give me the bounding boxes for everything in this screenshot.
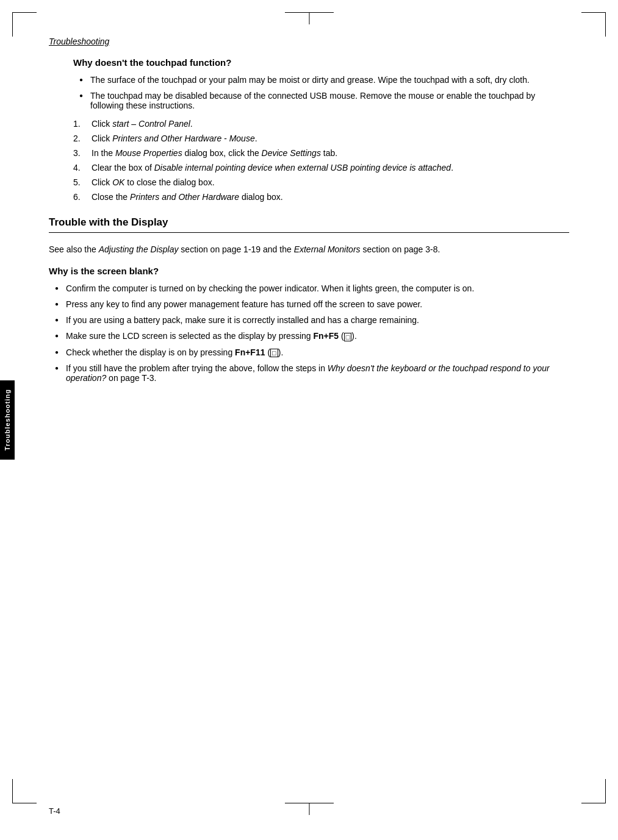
display-bullet-1-text: Confirm the computer is turned on by che… xyxy=(66,283,569,293)
display-bullet-6: If you still have the problem after tryi… xyxy=(49,363,569,383)
step-5-num: 5. xyxy=(73,177,92,187)
step-4-num: 4. xyxy=(73,163,92,173)
display-bullet-5-text: Check whether the display is on by press… xyxy=(66,347,569,357)
display-description: See also the Adjusting the Display secti… xyxy=(49,243,569,256)
step-1: 1. Click start – Control Panel. xyxy=(73,119,557,129)
step-5: 5. Click OK to close the dialog box. xyxy=(73,177,557,187)
touchpad-bullet-2-text: The touchpad may be disabled because of … xyxy=(90,91,557,110)
display-bullet-2-text: Press any key to find any power manageme… xyxy=(66,299,569,309)
touchpad-bullet-1: The surface of the touchpad or your palm… xyxy=(73,75,557,85)
corner-mark-top-right xyxy=(581,12,606,37)
step-2-num: 2. xyxy=(73,133,92,143)
keyboard-touchpad-ref-italic: Why doesn't the keyboard or the touchpad… xyxy=(66,363,550,383)
page-container: Troubleshooting Troubleshooting Why does… xyxy=(0,0,618,840)
step-1-num: 1. xyxy=(73,119,92,129)
touchpad-bullet-2: The touchpad may be disabled because of … xyxy=(73,91,557,110)
step-1-text: Click start – Control Panel. xyxy=(92,119,557,129)
display-bullet-3-text: If you are using a battery pack, make su… xyxy=(66,315,569,325)
bottom-center-mark xyxy=(285,803,334,803)
step-6-num: 6. xyxy=(73,192,92,202)
step-5-text: Click OK to close the dialog box. xyxy=(92,177,557,187)
display-bullets: Confirm the computer is turned on by che… xyxy=(49,283,569,383)
step-6: 6. Close the Printers and Other Hardware… xyxy=(73,192,557,202)
screen-blank-heading: Why is the screen blank? xyxy=(49,266,569,276)
fn-f11-icon: □ xyxy=(270,349,278,357)
step-3-italic2: Device Settings xyxy=(262,148,321,158)
display-section: Trouble with the Display See also the Ad… xyxy=(49,216,569,383)
step-2-italic: Printers and Other Hardware - Mouse xyxy=(112,133,254,143)
page-section-header: Troubleshooting xyxy=(49,37,569,46)
step-4-italic: Disable internal pointing device when ex… xyxy=(154,163,451,173)
step-4-text: Clear the box of Disable internal pointi… xyxy=(92,163,557,173)
top-center-mark xyxy=(285,12,334,13)
display-bullet-5: Check whether the display is on by press… xyxy=(49,347,569,357)
step-2-text: Click Printers and Other Hardware - Mous… xyxy=(92,133,557,143)
step-3: 3. In the Mouse Properties dialog box, c… xyxy=(73,148,557,158)
display-bullet-1: Confirm the computer is turned on by che… xyxy=(49,283,569,293)
display-bullet-3: If you are using a battery pack, make su… xyxy=(49,315,569,325)
step-6-italic: Printers and Other Hardware xyxy=(130,192,239,202)
corner-mark-top-left xyxy=(12,12,37,37)
step-4: 4. Clear the box of Disable internal poi… xyxy=(73,163,557,173)
touchpad-section: Why doesn't the touchpad function? The s… xyxy=(73,57,557,202)
display-bullet-2: Press any key to find any power manageme… xyxy=(49,299,569,309)
step-3-num: 3. xyxy=(73,148,92,158)
touchpad-steps: 1. Click start – Control Panel. 2. Click… xyxy=(73,119,557,202)
touchpad-heading: Why doesn't the touchpad function? xyxy=(73,57,557,68)
fn-f5-key: Fn+F5 xyxy=(313,331,339,341)
display-bullet-4: Make sure the LCD screen is selected as … xyxy=(49,331,569,341)
step-3-text: In the Mouse Properties dialog box, clic… xyxy=(92,148,557,158)
fn-f5-icon: □ xyxy=(344,333,352,341)
step-5-italic: OK xyxy=(112,177,124,187)
step-2: 2. Click Printers and Other Hardware - M… xyxy=(73,133,557,143)
corner-mark-bottom-right xyxy=(581,779,606,803)
external-monitors-italic: External Monitors xyxy=(294,244,361,254)
side-tab: Troubleshooting xyxy=(0,380,15,460)
display-heading: Trouble with the Display xyxy=(49,216,569,233)
step-1-italic: start – Control Panel xyxy=(112,119,190,129)
side-tab-label: Troubleshooting xyxy=(4,389,11,450)
touchpad-bullets: The surface of the touchpad or your palm… xyxy=(73,75,557,110)
display-bullet-4-text: Make sure the LCD screen is selected as … xyxy=(66,331,569,341)
corner-mark-bottom-left xyxy=(12,779,37,803)
display-bullet-6-text: If you still have the problem after tryi… xyxy=(66,363,569,383)
adjusting-display-italic: Adjusting the Display xyxy=(99,244,179,254)
step-6-text: Close the Printers and Other Hardware di… xyxy=(92,192,557,202)
fn-f11-key: Fn+F11 xyxy=(235,347,265,357)
page-number: T-4 xyxy=(49,806,60,816)
touchpad-bullet-1-text: The surface of the touchpad or your palm… xyxy=(90,75,557,85)
step-3-italic1: Mouse Properties xyxy=(115,148,182,158)
